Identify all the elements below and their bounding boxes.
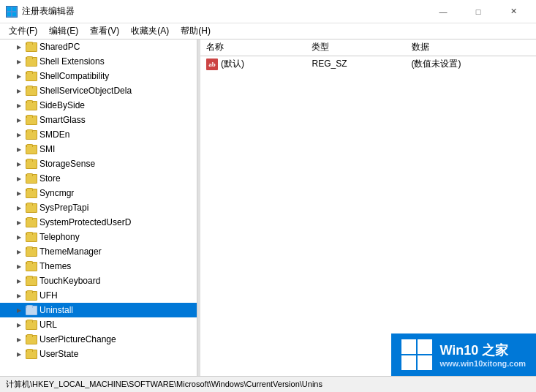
maximize-button[interactable]: □: [461, 1, 495, 23]
watermark-title: Win10 之家: [439, 342, 526, 359]
tree-item[interactable]: ▶ShellServiceObjectDela: [0, 83, 197, 98]
menu-bar: 文件(F) 编辑(E) 查看(V) 收藏夹(A) 帮助(H): [0, 23, 536, 39]
tree-item[interactable]: ▶Uninstall: [0, 303, 197, 317]
tree-item[interactable]: ▶SystemProtectedUserD: [0, 215, 197, 230]
menu-file[interactable]: 文件(F): [3, 23, 43, 39]
folder-icon: [26, 261, 37, 271]
tree-item[interactable]: ▶SmartGlass: [0, 113, 197, 127]
tree-label: SystemProtectedUserD: [39, 215, 131, 230]
tree-label: ThemeManager: [39, 244, 102, 259]
tree-arrow[interactable]: ▶: [15, 262, 23, 271]
folder-icon: [26, 349, 37, 359]
tree-arrow[interactable]: ▶: [15, 159, 23, 168]
tree-label: TouchKeyboard: [39, 274, 100, 288]
tree-arrow[interactable]: ▶: [15, 101, 23, 110]
tree-label: Syncmgr: [39, 186, 74, 200]
tree-item[interactable]: ▶SysPrepTapi: [0, 200, 197, 215]
tree-item[interactable]: ▶ThemeManager: [0, 244, 197, 259]
tree-label: ShellServiceObjectDela: [39, 83, 132, 98]
watermark-url: www.win10xitong.com: [439, 359, 526, 368]
tree-arrow[interactable]: ▶: [15, 203, 23, 212]
tree-arrow[interactable]: ▶: [15, 350, 23, 358]
watermark-text-block: Win10 之家 www.win10xitong.com: [439, 342, 526, 368]
tree-arrow[interactable]: ▶: [15, 320, 23, 329]
col-data: 数据: [406, 39, 537, 56]
tree-label: SmartGlass: [39, 113, 86, 127]
svg-rect-0: [7, 7, 11, 10]
title-bar: 注册表编辑器 — □ ✕: [0, 0, 536, 23]
menu-favorites[interactable]: 收藏夹(A): [125, 23, 175, 39]
status-text: 计算机\HKEY_LOCAL_MACHINE\SOFTWARE\Microsof…: [6, 379, 322, 390]
registry-data: (数值未设置): [406, 56, 537, 72]
tree-item[interactable]: ▶SideBySide: [0, 98, 197, 113]
tree-label: SysPrepTapi: [39, 200, 88, 215]
tree-pane[interactable]: ▶SharedPC▶Shell Extensions▶ShellCompatib…: [0, 39, 197, 376]
menu-view[interactable]: 查看(V): [84, 23, 125, 39]
tree-item[interactable]: ▶UserState: [0, 347, 197, 361]
tree-label: ShellCompatibility: [39, 69, 109, 83]
tree-arrow[interactable]: ▶: [15, 145, 23, 154]
menu-edit[interactable]: 编辑(E): [43, 23, 84, 39]
folder-icon: [26, 100, 37, 110]
tree-item[interactable]: ▶URL: [0, 317, 197, 332]
folder-icon: [26, 71, 37, 81]
folder-icon: [26, 115, 37, 125]
tree-arrow[interactable]: ▶: [15, 189, 23, 197]
tree-label: Shell Extensions: [39, 54, 105, 69]
folder-icon: [26, 173, 37, 184]
tree-arrow[interactable]: ▶: [15, 306, 23, 314]
tree-item[interactable]: ▶UserPictureChange: [0, 332, 197, 347]
tree-label: SMI: [39, 142, 55, 157]
folder-icon: [26, 42, 37, 52]
svg-rect-1: [12, 7, 16, 10]
tree-label: UserPictureChange: [39, 332, 116, 347]
folder-icon: [26, 232, 37, 242]
reg-value-icon: ab: [206, 59, 218, 70]
tree-item[interactable]: ▶Store: [0, 171, 197, 186]
tree-item[interactable]: ▶Syncmgr: [0, 186, 197, 200]
tree-item[interactable]: ▶Shell Extensions: [0, 54, 197, 69]
tree-arrow[interactable]: ▶: [15, 72, 23, 80]
tree-label: URL: [39, 317, 57, 332]
table-row[interactable]: ab(默认)REG_SZ(数值未设置): [200, 56, 536, 72]
status-bar: 计算机\HKEY_LOCAL_MACHINE\SOFTWARE\Microsof…: [0, 376, 536, 392]
menu-help[interactable]: 帮助(H): [175, 23, 216, 39]
folder-icon: [26, 290, 37, 301]
tree-label: SideBySide: [39, 98, 85, 113]
tree-arrow[interactable]: ▶: [15, 174, 23, 183]
right-pane: 名称 类型 数据 ab(默认)REG_SZ(数值未设置): [200, 39, 536, 376]
folder-icon: [26, 86, 37, 96]
registry-type: REG_SZ: [306, 56, 405, 72]
tree-arrow[interactable]: ▶: [15, 130, 23, 139]
tree-item[interactable]: ▶Themes: [0, 259, 197, 274]
svg-rect-3: [12, 12, 16, 15]
tree-arrow[interactable]: ▶: [15, 86, 23, 95]
folder-icon: [26, 334, 37, 344]
tree-arrow[interactable]: ▶: [15, 218, 23, 227]
folder-icon: [26, 217, 37, 227]
folder-icon: [26, 246, 37, 257]
tree-arrow[interactable]: ▶: [15, 291, 23, 300]
tree-item[interactable]: ▶StorageSense: [0, 157, 197, 171]
minimize-button[interactable]: —: [426, 1, 460, 23]
svg-rect-2: [7, 12, 11, 15]
close-button[interactable]: ✕: [497, 1, 530, 23]
svg-rect-6: [401, 355, 416, 370]
tree-item[interactable]: ▶TouchKeyboard: [0, 274, 197, 288]
tree-item[interactable]: ▶SharedPC: [0, 39, 197, 54]
tree-item[interactable]: ▶SMDEn: [0, 127, 197, 142]
tree-arrow[interactable]: ▶: [15, 247, 23, 256]
tree-arrow[interactable]: ▶: [15, 276, 23, 285]
tree-label: SMDEn: [39, 127, 69, 142]
tree-item[interactable]: ▶ShellCompatibility: [0, 69, 197, 83]
tree-item[interactable]: ▶Telephony: [0, 230, 197, 244]
content-area: ▶SharedPC▶Shell Extensions▶ShellCompatib…: [0, 39, 536, 376]
tree-arrow[interactable]: ▶: [15, 233, 23, 241]
window-controls: — □ ✕: [426, 1, 530, 23]
tree-item[interactable]: ▶SMI: [0, 142, 197, 157]
tree-item[interactable]: ▶UFH: [0, 288, 197, 303]
tree-arrow[interactable]: ▶: [15, 42, 23, 51]
tree-arrow[interactable]: ▶: [15, 116, 23, 124]
tree-arrow[interactable]: ▶: [15, 57, 23, 66]
tree-arrow[interactable]: ▶: [15, 335, 23, 344]
